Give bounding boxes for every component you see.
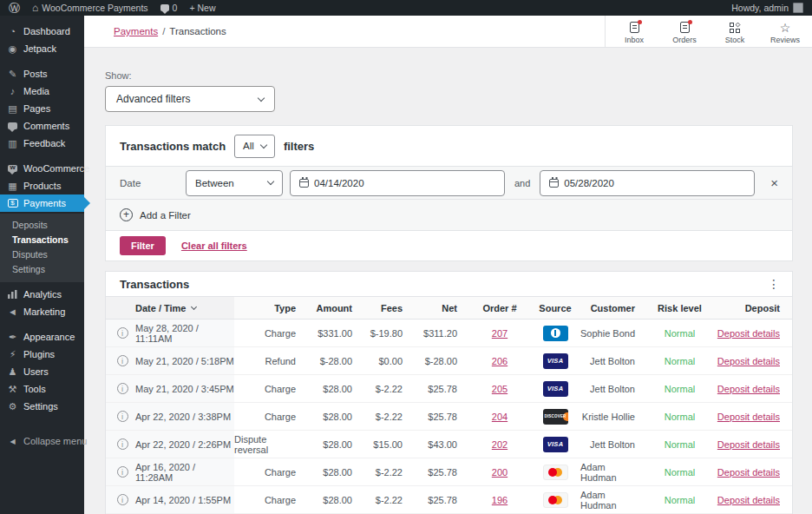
breadcrumb-separator: /: [162, 26, 165, 36]
deposit-details-link[interactable]: Deposit details: [717, 356, 780, 366]
filter-button[interactable]: Filter: [120, 236, 166, 255]
avatar: [793, 3, 803, 13]
order-link[interactable]: 200: [492, 467, 508, 478]
order-link[interactable]: 202: [492, 439, 508, 450]
breadcrumb-payments-link[interactable]: Payments: [114, 26, 158, 36]
date-to-input[interactable]: 05/28/2020: [540, 170, 755, 196]
deposit-details-link[interactable]: Deposit details: [717, 495, 780, 505]
wordpress-logo-menu[interactable]: Ⓦ: [9, 3, 20, 14]
risk-level-badge: Normal: [647, 320, 712, 346]
activity-tab-orders[interactable]: Orders: [666, 18, 703, 47]
sidebar-item-label: Pages: [23, 103, 50, 114]
cell-net: $25.78: [415, 403, 469, 430]
source-badge-visa: VISA: [543, 353, 568, 369]
table-title-row: Transactions ⋮: [106, 272, 792, 296]
kebab-menu-icon[interactable]: ⋮: [768, 278, 780, 290]
activity-tab-stock[interactable]: Stock: [717, 18, 753, 47]
column-header-order[interactable]: Order #: [469, 297, 530, 319]
order-link[interactable]: 204: [492, 412, 508, 422]
account-menu[interactable]: Howdy, admin: [731, 3, 803, 13]
column-header-type[interactable]: Type: [234, 297, 308, 319]
info-icon[interactable]: i: [117, 466, 128, 478]
filter-preset-value: Advanced filters: [116, 93, 259, 105]
show-label: Show:: [105, 70, 812, 81]
sidebar-item-plugins[interactable]: ⚡Plugins: [0, 346, 84, 363]
column-header-fees[interactable]: Fees: [364, 297, 415, 319]
sidebar-item-settings[interactable]: ⚙Settings: [0, 398, 84, 415]
sidebar-item-pages[interactable]: ▤Pages: [0, 100, 84, 117]
column-header-net[interactable]: Net: [415, 297, 469, 319]
deposit-details-link[interactable]: Deposit details: [717, 467, 780, 478]
order-link[interactable]: 196: [492, 495, 508, 505]
order-link[interactable]: 206: [492, 356, 508, 366]
submenu-item-settings[interactable]: Settings: [0, 262, 84, 277]
sidebar-item-payments[interactable]: $Payments: [0, 194, 84, 212]
sidebar-item-jetpack[interactable]: ◉Jetpack: [0, 40, 84, 57]
sidebar-item-comments[interactable]: Comments: [0, 117, 84, 135]
sidebar-item-products[interactable]: ▦Products: [0, 177, 84, 194]
sidebar-item-dashboard[interactable]: ◔Dashboard: [0, 23, 84, 40]
date-operator-select[interactable]: Between: [186, 170, 283, 196]
info-icon[interactable]: i: [117, 383, 128, 394]
remove-filter-button[interactable]: ×: [770, 176, 778, 189]
submenu-item-deposits[interactable]: Deposits: [0, 218, 84, 233]
info-icon[interactable]: i: [117, 411, 128, 422]
collapse-menu-label: Collapse menu: [23, 436, 87, 446]
date-to-value: 05/28/2020: [564, 178, 614, 188]
new-content-menu[interactable]: + New: [189, 3, 215, 13]
info-icon[interactable]: i: [117, 355, 128, 366]
column-header-risk-level[interactable]: Risk level: [647, 297, 712, 319]
site-name-menu[interactable]: ⌂WooCommerce Payments: [32, 3, 148, 13]
deposit-details-link[interactable]: Deposit details: [717, 384, 780, 394]
column-header-date-time[interactable]: Date / Time: [135, 297, 234, 319]
column-header-deposit[interactable]: Deposit: [712, 297, 792, 319]
sidebar-item-posts[interactable]: ✎Posts: [0, 65, 84, 82]
sidebar-item-label: Jetpack: [23, 43, 56, 54]
column-header-customer[interactable]: Customer: [580, 297, 647, 319]
sidebar-item-appearance[interactable]: ✒Appearance: [0, 328, 84, 346]
wordpress-logo-icon: Ⓦ: [9, 3, 20, 14]
match-suffix-label: filters: [284, 140, 314, 153]
orders-icon: [678, 22, 691, 34]
cell-net: $43.00: [415, 431, 469, 458]
deposit-details-link[interactable]: Deposit details: [717, 328, 780, 339]
info-icon[interactable]: i: [117, 327, 128, 339]
cell-amount: $28.00: [308, 431, 364, 458]
add-filter-button[interactable]: Add a Filter: [106, 200, 792, 231]
info-icon[interactable]: i: [117, 438, 128, 450]
filter-preset-dropdown[interactable]: Advanced filters: [105, 86, 275, 112]
sidebar-item-tools[interactable]: ⚒Tools: [0, 380, 84, 398]
match-select[interactable]: All: [234, 135, 275, 158]
submenu-item-transactions[interactable]: Transactions: [0, 233, 84, 247]
info-icon[interactable]: i: [117, 494, 128, 505]
order-link[interactable]: 205: [492, 384, 508, 394]
order-link[interactable]: 207: [492, 328, 508, 339]
table-title: Transactions: [120, 278, 189, 291]
column-header-amount[interactable]: Amount: [308, 297, 364, 319]
megaphone-icon: ◄: [7, 306, 18, 317]
admin-sidebar: ◔Dashboard ◉Jetpack ✎Posts ♪Media ▤Pages…: [0, 16, 84, 514]
main-content: Payments / Transactions Inbox Orders Sto…: [84, 16, 812, 514]
sidebar-item-users[interactable]: ♟Users: [0, 363, 84, 380]
submenu-item-disputes[interactable]: Disputes: [0, 247, 84, 262]
sidebar-item-woocommerce[interactable]: WooCommerce: [0, 160, 84, 177]
deposit-details-link[interactable]: Deposit details: [717, 412, 780, 422]
sidebar-item-label: Settings: [23, 401, 58, 412]
deposit-details-link[interactable]: Deposit details: [717, 439, 780, 450]
transactions-table-card: Transactions ⋮ Date / Time Type Amount F…: [105, 271, 793, 514]
woocommerce-icon: [7, 165, 18, 172]
comments-bubble-icon: [7, 122, 18, 129]
sidebar-item-media[interactable]: ♪Media: [0, 82, 84, 100]
collapse-menu-button[interactable]: ◀Collapse menu: [0, 432, 84, 450]
column-header-source[interactable]: Source: [530, 297, 580, 319]
cell-customer: Adam Hudman: [580, 486, 647, 513]
cell-date-time: May 28, 2020 / 11:11AM: [135, 320, 234, 346]
activity-tab-inbox[interactable]: Inbox: [616, 18, 652, 47]
comments-menu[interactable]: 0: [160, 3, 178, 13]
clear-all-filters-link[interactable]: Clear all filters: [181, 241, 247, 251]
sidebar-item-marketing[interactable]: ◄Marketing: [0, 303, 84, 320]
sidebar-item-analytics[interactable]: Analytics: [0, 286, 84, 303]
activity-tab-reviews[interactable]: ☆Reviews: [767, 18, 803, 47]
sidebar-item-feedback[interactable]: ▥Feedback: [0, 135, 84, 152]
date-from-input[interactable]: 04/14/2020: [290, 170, 505, 196]
